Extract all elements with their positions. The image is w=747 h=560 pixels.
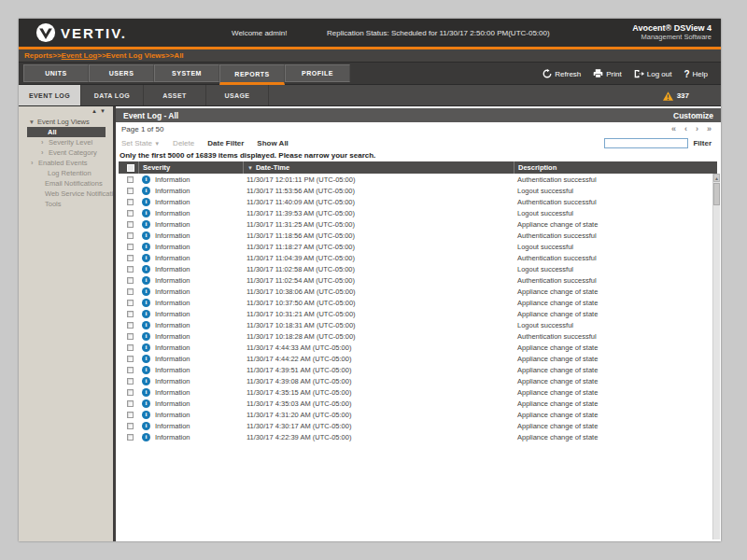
scroll-up-icon[interactable]: ▲: [92, 108, 100, 114]
table-row[interactable]: iInformation 11/30/17 4:39:08 AM (UTC-05…: [119, 375, 717, 386]
sidebar-tree-item[interactable]: ›Event Category: [19, 147, 113, 158]
sidebar-tree-item[interactable]: Log Retention: [19, 168, 113, 178]
sidebar-tree-item[interactable]: Web Service Notifications: [19, 189, 113, 199]
row-checkbox[interactable]: [127, 400, 134, 407]
row-checkbox[interactable]: [127, 199, 134, 205]
row-checkbox[interactable]: [127, 244, 134, 250]
table-row[interactable]: iInformation 11/30/17 11:02:58 AM (UTC-0…: [119, 263, 717, 274]
scroll-down-icon[interactable]: ▼: [100, 108, 108, 114]
show-all-button[interactable]: Show All: [257, 139, 288, 147]
date-filter-button[interactable]: Date Filter: [207, 139, 244, 147]
help-button[interactable]: ? Help: [684, 69, 708, 79]
row-checkbox[interactable]: [127, 356, 134, 362]
table-row[interactable]: iInformation 11/30/17 10:37:50 AM (UTC-0…: [119, 297, 717, 308]
row-checkbox[interactable]: [127, 188, 134, 194]
datetime-cell: 11/30/17 4:44:33 AM (UTC-05:00): [247, 343, 351, 352]
sidebar-tree-item[interactable]: ›Severity Level: [19, 137, 113, 147]
select-all-checkbox[interactable]: [119, 161, 138, 174]
primary-tab[interactable]: REPORTS: [219, 64, 285, 85]
table-row[interactable]: iInformation 11/30/17 4:31:20 AM (UTC-05…: [119, 409, 717, 420]
row-checkbox[interactable]: [127, 412, 134, 418]
table-row[interactable]: iInformation 11/30/17 4:30:17 AM (UTC-05…: [119, 420, 717, 431]
column-header-description[interactable]: Description: [514, 161, 717, 174]
row-checkbox[interactable]: [127, 389, 134, 396]
table-row[interactable]: iInformation 11/30/17 10:18:28 AM (UTC-0…: [119, 330, 717, 342]
filter-input[interactable]: [604, 138, 688, 148]
table-scrollbar[interactable]: ▲: [712, 174, 720, 539]
alert-badge[interactable]: 337: [663, 85, 689, 106]
table-row[interactable]: iInformation 11/30/17 4:35:15 AM (UTC-05…: [119, 386, 717, 398]
secondary-tab[interactable]: ASSET: [144, 85, 206, 105]
print-button[interactable]: Print: [593, 69, 621, 78]
delete-button[interactable]: Delete: [173, 139, 194, 147]
row-checkbox[interactable]: [127, 378, 134, 385]
row-checkbox[interactable]: [127, 311, 134, 317]
primary-tab[interactable]: UNITS: [23, 64, 89, 82]
row-checkbox[interactable]: [127, 277, 134, 284]
pagination-arrow[interactable]: «: [671, 124, 676, 133]
logout-button[interactable]: Log out: [634, 69, 672, 78]
row-checkbox[interactable]: [127, 367, 134, 373]
table-row[interactable]: iInformation 11/30/17 11:04:39 AM (UTC-0…: [119, 252, 717, 263]
table-row[interactable]: iInformation 11/30/17 12:01:11 PM (UTC-0…: [119, 174, 717, 185]
table-row[interactable]: iInformation 11/30/17 11:18:56 AM (UTC-0…: [119, 230, 717, 241]
secondary-tab[interactable]: EVENT LOG: [19, 85, 81, 105]
set-state-button[interactable]: Set State ▼: [121, 139, 160, 147]
table-row[interactable]: iInformation 11/30/17 11:31:25 AM (UTC-0…: [119, 218, 717, 230]
table-row[interactable]: iInformation 11/30/17 11:39:53 AM (UTC-0…: [119, 207, 717, 218]
table-row[interactable]: iInformation 11/30/17 10:18:31 AM (UTC-0…: [119, 319, 717, 330]
tree-caret-icon[interactable]: ▾: [30, 117, 37, 127]
customize-link[interactable]: Customize: [673, 111, 713, 120]
table-row[interactable]: iInformation 11/30/17 4:39:51 AM (UTC-05…: [119, 364, 717, 375]
refresh-button[interactable]: Refresh: [543, 69, 581, 78]
pagination-arrow[interactable]: »: [707, 124, 712, 133]
table-row[interactable]: iInformation 11/30/17 4:44:22 AM (UTC-05…: [119, 353, 717, 364]
sidebar-tree-item[interactable]: All: [27, 127, 106, 137]
table-row[interactable]: iInformation 11/30/17 10:31:21 AM (UTC-0…: [119, 308, 717, 319]
tree-caret-icon[interactable]: ›: [41, 147, 49, 158]
row-checkbox[interactable]: [127, 333, 134, 340]
tree-caret-icon[interactable]: ›: [41, 137, 49, 147]
severity-cell: Information: [155, 433, 190, 441]
sidebar-tree-item[interactable]: Email Notifications: [19, 178, 113, 189]
secondary-tab[interactable]: DATA LOG: [81, 85, 144, 105]
primary-tab[interactable]: SYSTEM: [154, 64, 219, 82]
table-row[interactable]: iInformation 11/30/17 4:35:03 AM (UTC-05…: [119, 398, 717, 409]
breadcrumb-link-event-log[interactable]: Event Log: [62, 51, 98, 60]
row-checkbox[interactable]: [127, 322, 134, 329]
table-row[interactable]: iInformation 11/30/17 10:38:06 AM (UTC-0…: [119, 286, 717, 297]
row-checkbox[interactable]: [127, 344, 134, 351]
table-row[interactable]: iInformation 11/30/17 11:53:56 AM (UTC-0…: [119, 185, 717, 196]
row-checkbox[interactable]: [127, 221, 134, 228]
table-row[interactable]: iInformation 11/30/17 11:02:54 AM (UTC-0…: [119, 274, 717, 286]
secondary-tab[interactable]: USAGE: [206, 85, 269, 105]
product-subtitle: Management Software: [632, 33, 712, 41]
column-header-datetime[interactable]: ▼Date-Time: [243, 161, 514, 174]
row-checkbox[interactable]: [127, 210, 134, 217]
sidebar-tree-item[interactable]: ›Enabled Events: [19, 158, 113, 168]
primary-tab[interactable]: USERS: [89, 64, 154, 82]
pagination-arrow[interactable]: ‹: [684, 124, 687, 133]
row-checkbox[interactable]: [127, 232, 134, 239]
table-row[interactable]: iInformation 11/30/17 11:40:09 AM (UTC-0…: [119, 196, 717, 207]
row-checkbox[interactable]: [127, 176, 134, 183]
sidebar-tree-item[interactable]: Tools: [19, 199, 113, 209]
scrollbar-thumb[interactable]: [713, 183, 720, 205]
table-row[interactable]: iInformation 11/30/17 4:22:39 AM (UTC-05…: [119, 431, 717, 442]
table-row[interactable]: iInformation 11/30/17 4:44:33 AM (UTC-05…: [119, 342, 717, 353]
scrollbar-up-icon[interactable]: ▲: [713, 174, 720, 182]
row-checkbox[interactable]: [127, 266, 134, 273]
tree-caret-icon[interactable]: ›: [31, 158, 38, 168]
severity-cell: Information: [155, 355, 190, 363]
row-checkbox[interactable]: [127, 300, 134, 306]
primary-tab[interactable]: PROFILE: [285, 64, 350, 82]
sidebar-scroll-arrows[interactable]: ▲▼: [92, 108, 108, 114]
pagination-arrow[interactable]: ›: [696, 124, 698, 133]
row-checkbox[interactable]: [127, 288, 134, 295]
row-checkbox[interactable]: [127, 255, 134, 261]
sidebar-tree-item[interactable]: ▾Event Log Views: [19, 117, 113, 127]
row-checkbox[interactable]: [127, 423, 134, 429]
column-header-severity[interactable]: Severity: [138, 161, 243, 174]
row-checkbox[interactable]: [127, 434, 134, 441]
table-row[interactable]: iInformation 11/30/17 11:18:27 AM (UTC-0…: [119, 241, 717, 252]
